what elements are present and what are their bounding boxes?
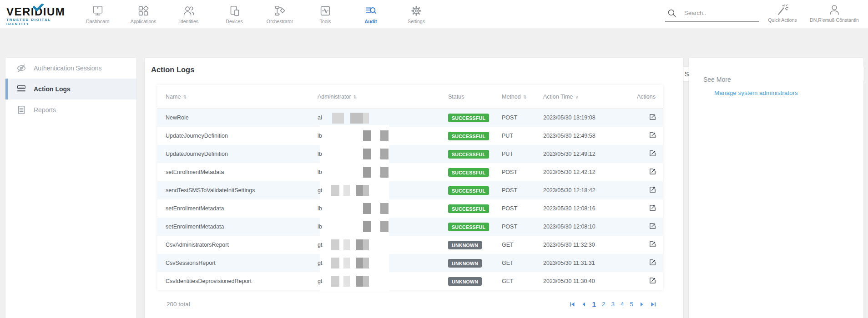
topnav-label: Tools: [320, 19, 331, 24]
global-search[interactable]: [665, 5, 759, 22]
sidebar-item-action-logs[interactable]: Action Logs: [5, 79, 136, 99]
redacted-block: [363, 276, 369, 287]
pagination-prev-button[interactable]: [581, 302, 586, 307]
quick-actions-button[interactable]: Quick Actions: [762, 4, 803, 23]
column-header-action-time[interactable]: Action Time∨: [543, 85, 630, 109]
cell-name: setEnrollmentMetadata: [157, 163, 318, 181]
table-row: CsvIdentitiesDeprovisionedReport gt UNKN…: [157, 272, 663, 290]
veridium-logo[interactable]: VERIDIUM TRUSTED DIGITAL IDENTITY: [6, 6, 75, 26]
cell-name: NewRole: [157, 109, 318, 127]
topnav-item-tools[interactable]: Tools: [303, 0, 348, 28]
cell-status: SUCCESSFUL: [448, 199, 502, 218]
cell-action-time: 2023/05/30 12:42:12: [543, 163, 630, 181]
column-header-name[interactable]: Name⇅: [157, 85, 318, 109]
redacted-block: [363, 130, 371, 141]
cell-action-time: 2023/05/30 13:19:08: [543, 109, 630, 127]
global-search-input[interactable]: [684, 10, 752, 16]
cell-administrator: lb: [318, 199, 448, 218]
cell-name: setEnrollmentMetadata: [157, 218, 318, 236]
cell-administrator: gt: [318, 254, 448, 272]
redacted-block: [380, 130, 389, 141]
logo-tagline: TRUSTED DIGITAL IDENTITY: [6, 18, 75, 26]
table-row: CsvSessionsReport gt UNKNOWN GET 2023/05…: [157, 254, 663, 272]
open-details-icon[interactable]: [649, 168, 656, 175]
tools-icon: [318, 4, 332, 18]
redacted-block: [363, 258, 369, 268]
topnav-item-devices[interactable]: Devices: [212, 0, 257, 28]
redacted-block: [363, 203, 371, 214]
table-row: sendTestSMSToValidateInitSettings gt SUC…: [157, 181, 663, 199]
column-header-method[interactable]: Method⇅: [502, 85, 543, 109]
action-logs-icon: [16, 84, 26, 94]
sort-icon: ∨: [575, 94, 578, 99]
topnav-label: Devices: [226, 19, 242, 24]
settings-gear-icon: [409, 4, 423, 18]
top-bar: VERIDIUM TRUSTED DIGITAL IDENTITY Dashbo…: [0, 0, 868, 28]
cell-method: PUT: [502, 145, 543, 163]
cell-status: UNKNOWN: [448, 272, 502, 290]
table-row: NewRole ai SUCCESSFUL POST 2023/05/30 13…: [157, 109, 663, 127]
cell-action-time: 2023/05/30 12:08:10: [543, 218, 630, 236]
redacted-block: [356, 258, 363, 268]
pagination-page-4[interactable]: 4: [621, 301, 624, 308]
status-badge: SUCCESSFUL: [448, 168, 489, 177]
open-details-icon[interactable]: [649, 222, 656, 230]
cell-status: UNKNOWN: [448, 236, 502, 254]
open-details-icon[interactable]: [649, 258, 656, 266]
cell-status: SUCCESSFUL: [448, 218, 502, 236]
total-count-label: 200 total: [167, 301, 190, 308]
status-badge: SUCCESSFUL: [448, 132, 489, 140]
cell-action-time: 2023/05/30 12:49:58: [543, 127, 630, 145]
redacted-block: [356, 239, 363, 250]
open-details-icon[interactable]: [649, 131, 656, 139]
cell-method: GET: [502, 236, 543, 254]
cell-name: UpdateJourneyDefinition: [157, 145, 318, 163]
breadcrumb-bar: Home/Audit/Audit Log Last Week Search ▾ …: [0, 28, 868, 58]
pagination-page-1[interactable]: 1: [592, 300, 596, 308]
cell-administrator: lb: [318, 127, 448, 145]
sidebar-item-reports[interactable]: Reports: [5, 99, 136, 120]
open-details-icon[interactable]: [649, 277, 656, 284]
applications-icon: [136, 4, 150, 18]
cell-method: POST: [502, 163, 543, 181]
pagination-page-2[interactable]: 2: [602, 301, 606, 308]
sidebar-item-label: Action Logs: [34, 85, 71, 93]
open-details-icon[interactable]: [649, 204, 656, 212]
redacted-block: [343, 258, 350, 268]
topnav-item-dashboard[interactable]: Dashboard: [75, 0, 121, 28]
column-header-administrator[interactable]: Administrator⇅: [318, 85, 448, 109]
magic-wand-icon: [762, 4, 803, 16]
redacted-block: [331, 239, 339, 250]
manage-system-administrators-link[interactable]: Manage system administrators: [714, 89, 798, 96]
sidebar-item-label: Reports: [34, 106, 56, 114]
topnav-item-audit[interactable]: Audit: [348, 0, 394, 28]
topnav-item-applications[interactable]: Applications: [121, 0, 166, 28]
topnav-item-identities[interactable]: Identities: [166, 0, 212, 28]
open-details-icon[interactable]: [649, 113, 656, 121]
cell-action-time: 2023/05/30 11:31:31: [543, 254, 630, 272]
administrator-prefix: lb: [318, 205, 322, 212]
topnav-item-orchestrator[interactable]: Orchestrator: [257, 0, 303, 28]
sidebar-item-authentication-sessions[interactable]: Authentication Sessions: [5, 58, 136, 79]
cell-method: PUT: [502, 127, 543, 145]
user-menu[interactable]: DN,R'emuß Cönstantin: [801, 4, 868, 23]
pagination-last-button[interactable]: [651, 302, 656, 307]
pagination-first-button[interactable]: [570, 302, 575, 307]
column-header-status[interactable]: Status: [448, 85, 502, 109]
pagination-next-button[interactable]: [639, 302, 645, 307]
dashboard-icon: [91, 4, 105, 18]
pagination-page-5[interactable]: 5: [630, 301, 633, 308]
action-logs-panel: Action Logs Name⇅ Administrator⇅ Status …: [145, 58, 683, 318]
topnav-item-settings[interactable]: Settings: [394, 0, 439, 28]
open-details-icon[interactable]: [649, 186, 656, 194]
topnav-label: Dashboard: [86, 19, 109, 24]
pagination-page-3[interactable]: 3: [611, 301, 615, 308]
cell-status: UNKNOWN: [448, 254, 502, 272]
open-details-icon[interactable]: [649, 149, 656, 157]
cell-actions: [630, 254, 663, 272]
administrator-prefix: gt: [318, 187, 322, 194]
administrator-prefix: lb: [318, 151, 322, 157]
status-badge: SUCCESSFUL: [448, 114, 489, 122]
open-details-icon[interactable]: [649, 240, 656, 248]
cell-name: CsvIdentitiesDeprovisionedReport: [157, 272, 318, 290]
